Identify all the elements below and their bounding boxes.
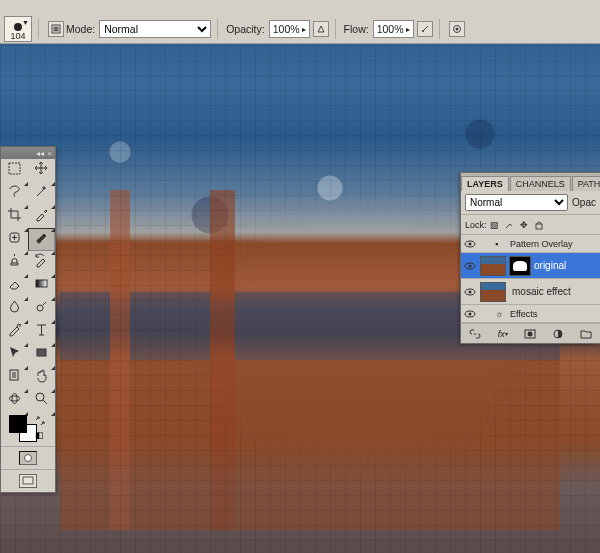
tab-paths[interactable]: PATHS — [572, 176, 600, 191]
swap-colors-icon[interactable] — [35, 416, 45, 426]
layer-row[interactable]: mosaic effect — [461, 279, 600, 305]
foreground-color[interactable] — [9, 415, 27, 433]
svg-point-9 — [37, 305, 43, 311]
layer-name: Pattern Overlay — [507, 239, 600, 249]
screen-mode-button[interactable] — [19, 474, 37, 488]
effect-icon: ▪ — [495, 239, 507, 249]
opacity-label: Opacity: — [226, 23, 265, 35]
layer-mask-thumbnail[interactable] — [509, 256, 531, 276]
svg-point-14 — [36, 393, 44, 401]
screen-mode-row — [1, 469, 55, 492]
panel-tabs: LAYERS CHANNELS PATHS — [461, 173, 600, 191]
flow-input[interactable]: 100% ▸ — [373, 20, 414, 38]
mode-label: Mode: — [66, 23, 95, 35]
standard-mode-button[interactable] — [19, 451, 37, 465]
collapse-icon[interactable]: ◂◂ — [36, 149, 44, 158]
layer-opacity-label: Opac — [572, 197, 596, 208]
svg-point-20 — [469, 264, 472, 267]
svg-point-13 — [12, 394, 17, 404]
airbrush-button[interactable] — [417, 21, 433, 37]
layer-fx-button[interactable]: fx▾ — [495, 327, 510, 341]
layer-name: Effects — [507, 309, 600, 319]
quick-mask-row — [1, 446, 55, 469]
tools-panel: ◂◂ × ◧ — [0, 146, 56, 493]
layer-name[interactable]: original — [531, 260, 600, 271]
tablet-pressure-button[interactable] — [449, 21, 465, 37]
options-bar: 104 ▼ Mode: Normal Opacity: 100% ▸ Flow:… — [0, 0, 600, 44]
brush-size-value: 104 — [10, 31, 25, 41]
opacity-pressure-button[interactable] — [313, 21, 329, 37]
layer-blend-mode-select[interactable]: Normal — [465, 194, 568, 211]
default-colors-icon[interactable]: ◧ — [35, 430, 44, 440]
svg-point-12 — [10, 396, 20, 401]
svg-rect-15 — [23, 477, 33, 484]
close-icon[interactable]: × — [47, 149, 52, 158]
layer-row[interactable]: original — [461, 253, 600, 279]
svg-rect-16 — [536, 224, 542, 229]
lock-all-icon[interactable] — [533, 218, 546, 231]
brush-dot-icon — [14, 23, 22, 31]
visibility-toggle[interactable] — [463, 259, 477, 273]
tool-rectangular-marquee[interactable] — [1, 159, 28, 182]
brush-preset-picker[interactable]: 104 ▼ — [4, 16, 32, 42]
chevron-right-icon: ▸ — [302, 25, 306, 34]
blend-mode-select[interactable]: Normal — [99, 20, 211, 38]
opacity-input[interactable]: 100% ▸ — [269, 20, 310, 38]
svg-point-18 — [469, 242, 472, 245]
tab-layers[interactable]: LAYERS — [461, 176, 509, 191]
fx-icon: ☼ — [495, 309, 507, 319]
layers-panel: LAYERS CHANNELS PATHS Normal Opac Lock: … — [460, 172, 600, 344]
svg-point-22 — [469, 290, 472, 293]
layer-thumbnail[interactable] — [480, 256, 506, 276]
chevron-down-icon: ▼ — [22, 19, 29, 26]
layer-fx-row[interactable]: ☼ Effects — [461, 305, 600, 323]
tool-move[interactable] — [28, 159, 55, 182]
lock-transparency-icon[interactable]: ▧ — [488, 218, 501, 231]
svg-point-26 — [528, 331, 533, 336]
svg-rect-5 — [9, 163, 20, 174]
tab-channels[interactable]: CHANNELS — [510, 176, 571, 191]
toggle-brush-panel-button[interactable] — [48, 21, 64, 37]
layer-list: ▪ Pattern Overlay original mosaic effect… — [461, 235, 600, 323]
layer-effect-row[interactable]: ▪ Pattern Overlay — [461, 235, 600, 253]
visibility-toggle[interactable] — [463, 285, 477, 299]
color-swatches: ◧ — [1, 412, 55, 446]
chevron-right-icon: ▸ — [406, 25, 410, 34]
layer-name[interactable]: mosaic effect — [509, 286, 600, 297]
svg-point-6 — [44, 188, 45, 189]
lock-label: Lock: — [465, 220, 487, 230]
svg-point-24 — [469, 312, 472, 315]
visibility-toggle[interactable] — [463, 307, 477, 321]
svg-rect-8 — [36, 280, 47, 287]
layers-panel-footer: fx▾ — [461, 323, 600, 343]
svg-point-2 — [422, 30, 424, 32]
layer-thumbnail[interactable] — [480, 282, 506, 302]
layer-mask-button[interactable] — [523, 327, 538, 341]
svg-point-4 — [455, 28, 458, 31]
tools-panel-header[interactable]: ◂◂ × — [1, 147, 55, 159]
lock-pixels-icon[interactable] — [503, 218, 516, 231]
svg-rect-10 — [37, 349, 46, 356]
adjustment-layer-button[interactable] — [551, 327, 566, 341]
visibility-toggle[interactable] — [463, 237, 477, 251]
layer-group-button[interactable] — [579, 327, 594, 341]
lock-position-icon[interactable]: ✥ — [518, 218, 531, 231]
svg-rect-1 — [54, 27, 59, 32]
link-layers-button[interactable] — [467, 327, 482, 341]
flow-label: Flow: — [344, 23, 369, 35]
